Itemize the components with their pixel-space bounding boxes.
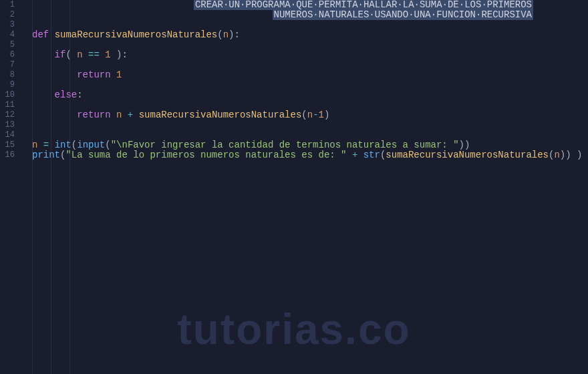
- function-name: sumaRecursivaNumerosNaturales: [55, 29, 218, 40]
- code-line[interactable]: [32, 100, 588, 110]
- number: 1: [319, 110, 324, 120]
- string-literal: "\nFavor ingresar la cantidad de termino…: [111, 140, 459, 150]
- code-line[interactable]: [32, 120, 588, 130]
- code-line[interactable]: [32, 60, 588, 70]
- keyword-else: else: [55, 89, 78, 100]
- builtin-str: str: [363, 150, 380, 160]
- var: n: [77, 49, 82, 60]
- var: n: [32, 140, 37, 150]
- param: n: [223, 29, 229, 40]
- keyword-return: return: [77, 69, 110, 80]
- code-line[interactable]: [32, 20, 588, 30]
- number: 1: [116, 69, 122, 80]
- comment-text: NUMEROS·NATURALES·USANDO·UNA·FUNCION·REC…: [273, 9, 533, 20]
- function-call: sumaRecursivaNumerosNaturales: [139, 110, 302, 120]
- code-line[interactable]: return n + sumaRecursivaNumerosNaturales…: [32, 110, 588, 120]
- keyword-return: return: [77, 110, 110, 120]
- keyword-def: def: [32, 29, 49, 40]
- comment-text: CREAR·UN·PROGRAMA·QUE·PERMITA·HALLAR·LA·…: [194, 0, 533, 10]
- indent-guide: [69, 0, 70, 374]
- operator: -: [313, 110, 318, 120]
- line-gutter: 12345678910111213141516: [0, 0, 19, 374]
- indent-guide: [51, 0, 51, 374]
- indent-guide: [32, 0, 33, 374]
- code-line[interactable]: def sumaRecursivaNumerosNaturales(n):: [32, 30, 588, 40]
- code-line[interactable]: [32, 80, 588, 90]
- operator: =: [43, 140, 49, 150]
- code-line[interactable]: n = int(input("\nFavor ingresar la canti…: [32, 140, 588, 150]
- operator: +: [352, 150, 357, 160]
- var: n: [307, 110, 313, 120]
- var: n: [116, 110, 122, 120]
- code-line[interactable]: return 1: [32, 70, 588, 80]
- code-line[interactable]: else:: [32, 90, 588, 100]
- operator: ==: [88, 49, 100, 60]
- code-line[interactable]: [32, 130, 588, 140]
- code-line[interactable]: NUMEROS·NATURALES·USANDO·UNA·FUNCION·REC…: [32, 10, 588, 20]
- var: n: [554, 150, 559, 160]
- code-editor[interactable]: 12345678910111213141516 CREAR·UN·PROGRAM…: [0, 0, 588, 374]
- code-line[interactable]: CREAR·UN·PROGRAMA·QUE·PERMITA·HALLAR·LA·…: [32, 0, 588, 10]
- operator: +: [128, 110, 133, 120]
- string-literal: "La suma de lo primeros numeros naturale…: [65, 150, 346, 160]
- code-line[interactable]: print("La suma de lo primeros numeros na…: [32, 150, 588, 160]
- code-line[interactable]: if( n == 1 ):: [32, 50, 588, 60]
- builtin-input: input: [77, 140, 105, 150]
- function-call: sumaRecursivaNumerosNaturales: [386, 150, 549, 160]
- keyword-if: if: [55, 49, 66, 60]
- code-area[interactable]: CREAR·UN·PROGRAMA·QUE·PERMITA·HALLAR·LA·…: [19, 0, 588, 374]
- code-line[interactable]: [32, 40, 588, 50]
- number: 1: [105, 49, 110, 60]
- builtin-print: print: [32, 150, 60, 160]
